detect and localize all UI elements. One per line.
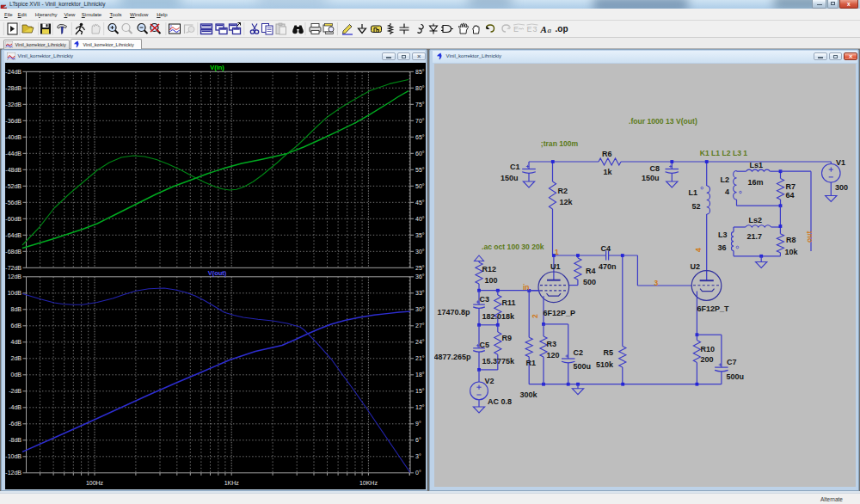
svg-text:12dB: 12dB [8, 274, 22, 280]
svg-text:C4: C4 [601, 244, 611, 253]
svg-text:100Hz: 100Hz [86, 480, 104, 486]
svg-text:0dB: 0dB [11, 372, 22, 378]
svg-text:33°: 33° [415, 290, 425, 296]
svg-text:35°: 35° [415, 232, 425, 238]
svg-text:in: in [523, 283, 530, 292]
svg-text:E: E [527, 25, 532, 34]
svg-text:R6: R6 [602, 150, 612, 158]
svg-text:C7: C7 [727, 358, 737, 366]
svg-text:65°: 65° [415, 134, 425, 140]
svg-text:;tran 100m: ;tran 100m [541, 139, 579, 148]
svg-text:-72dB: -72dB [5, 265, 22, 271]
svg-text:510k: 510k [596, 360, 614, 369]
svg-text:300k: 300k [520, 390, 538, 399]
svg-text:.ac oct 100 30 20k: .ac oct 100 30 20k [482, 243, 544, 251]
svg-text:470n: 470n [599, 262, 617, 271]
svg-text:6F12P_T: 6F12P_T [697, 304, 730, 313]
svg-text:-52dB: -52dB [5, 183, 22, 189]
svg-text:2dB: 2dB [11, 355, 22, 361]
svg-text:-36dB: -36dB [5, 118, 22, 124]
svg-text:18°: 18° [415, 372, 425, 378]
svg-text:10k: 10k [785, 248, 799, 256]
svg-text:21°: 21° [415, 355, 425, 361]
svg-text:R12: R12 [482, 265, 497, 274]
svg-text:4: 4 [725, 187, 729, 196]
svg-text:2: 2 [531, 314, 539, 318]
svg-text:L3: L3 [718, 230, 728, 239]
svg-text:4: 4 [694, 248, 703, 252]
svg-text:R1: R1 [526, 359, 537, 367]
svg-text:8dB: 8dB [11, 306, 22, 312]
svg-text:-6dB: -6dB [9, 421, 22, 427]
svg-text:500: 500 [583, 278, 596, 286]
svg-text:R10: R10 [701, 345, 716, 353]
svg-text:Ls1: Ls1 [750, 161, 764, 169]
svg-text:U1: U1 [550, 262, 561, 271]
svg-text:30°: 30° [415, 306, 425, 312]
svg-text:R11: R11 [502, 298, 516, 307]
svg-text:R9: R9 [502, 334, 513, 342]
svg-text:-10dB: -10dB [5, 453, 22, 459]
svg-text:R3: R3 [547, 340, 557, 348]
svg-text:R2: R2 [558, 187, 568, 195]
svg-text:36: 36 [718, 243, 727, 252]
svg-text:150u: 150u [501, 174, 519, 182]
svg-text:182.018k: 182.018k [482, 312, 516, 321]
svg-text:30°: 30° [415, 249, 425, 255]
svg-text:24°: 24° [415, 339, 425, 345]
svg-text:55°: 55° [415, 167, 425, 173]
svg-text:L2: L2 [721, 175, 730, 184]
svg-text:C2: C2 [574, 348, 584, 357]
svg-text:0°: 0° [415, 470, 421, 476]
svg-text:-48dB: -48dB [5, 167, 22, 173]
svg-text:V2: V2 [485, 377, 494, 385]
svg-text:-8dB: -8dB [9, 437, 22, 443]
svg-text:17470.8p: 17470.8p [438, 308, 471, 317]
svg-text:52: 52 [692, 202, 701, 211]
svg-text:1: 1 [555, 248, 559, 256]
svg-text:K1 L1 L2 L3 1: K1 L1 L2 L3 1 [700, 149, 748, 157]
svg-text:64: 64 [786, 191, 795, 200]
svg-text:V(out): V(out) [208, 269, 227, 277]
svg-text:6°: 6° [415, 437, 421, 443]
svg-text:V(in): V(in) [210, 64, 224, 71]
svg-text:C8: C8 [650, 164, 660, 173]
svg-text:-28dB: -28dB [5, 85, 22, 91]
svg-text:-12dB: -12dB [5, 470, 22, 476]
svg-text:21.7: 21.7 [747, 232, 763, 241]
svg-text:60°: 60° [415, 151, 425, 157]
svg-text:9°: 9° [415, 421, 421, 427]
svg-text:-24dB: -24dB [5, 69, 22, 75]
svg-text:200: 200 [701, 355, 714, 364]
svg-text:36°: 36° [415, 274, 425, 280]
svg-text:C1: C1 [510, 163, 520, 171]
svg-text:70°: 70° [415, 118, 425, 124]
svg-text:85°: 85° [415, 69, 425, 75]
svg-text:R4: R4 [586, 267, 596, 275]
svg-text:A: A [540, 24, 547, 34]
svg-text:40°: 40° [415, 216, 425, 222]
svg-text:E: E [513, 25, 519, 34]
svg-text:27°: 27° [415, 323, 425, 329]
svg-text:100: 100 [485, 276, 498, 285]
svg-text:4dB: 4dB [11, 339, 22, 345]
svg-text:80°: 80° [415, 85, 425, 91]
svg-text:-60dB: -60dB [5, 216, 22, 222]
svg-text:-32dB: -32dB [5, 101, 22, 108]
svg-text:AC 0.8: AC 0.8 [488, 397, 512, 406]
svg-text:45°: 45° [415, 200, 425, 206]
svg-text:1KHz: 1KHz [224, 480, 240, 486]
svg-text:75°: 75° [415, 101, 425, 108]
svg-text:3: 3 [654, 279, 659, 287]
svg-text:150u: 150u [642, 174, 660, 182]
svg-text:50°: 50° [415, 183, 425, 189]
svg-text:R5: R5 [604, 348, 614, 357]
svg-text:4877.265p: 4877.265p [434, 353, 471, 361]
svg-text:-56dB: -56dB [5, 200, 22, 206]
svg-text:C5: C5 [480, 341, 490, 349]
svg-text:6F12P_P: 6F12P_P [544, 309, 576, 317]
svg-text:6dB: 6dB [11, 323, 22, 329]
svg-text:120: 120 [547, 351, 560, 360]
svg-text:-40dB: -40dB [5, 134, 22, 140]
svg-text:R7: R7 [786, 182, 796, 191]
